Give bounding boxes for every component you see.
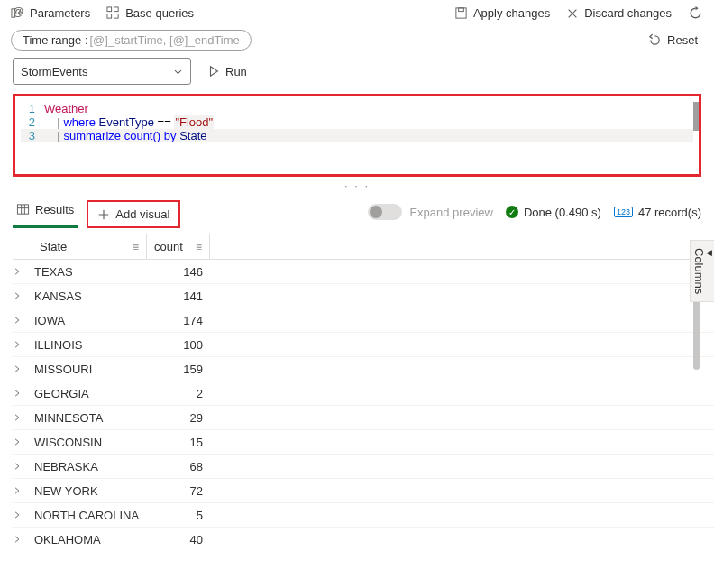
cell-count: 72 [147, 484, 205, 498]
cell-count: 174 [147, 314, 205, 327]
query-editor[interactable]: 1Weather 2 | where EventType == "Flood" … [13, 94, 701, 177]
table-row[interactable]: MISSOURI159 [13, 357, 714, 381]
check-icon: ✓ [506, 206, 518, 218]
line-number: 1 [21, 102, 44, 115]
undo-icon [648, 33, 662, 47]
table-row[interactable]: NEBRASKA68 [13, 455, 714, 479]
table-row[interactable]: GEORGIA2 [13, 381, 714, 406]
svg-rect-8 [459, 8, 464, 12]
menu-icon[interactable]: ≡ [196, 241, 202, 253]
table-row[interactable]: ILLINOIS100 [13, 333, 714, 357]
svg-rect-7 [456, 8, 466, 18]
number-icon: 123 [614, 207, 633, 217]
parameters-label: Parameters [30, 6, 90, 20]
expand-row-icon[interactable] [13, 389, 32, 398]
status-text: Done (0.490 s) [524, 206, 601, 219]
tab-results[interactable]: Results [13, 196, 78, 228]
cell-count: 5 [147, 509, 205, 522]
cell-state: NEBRASKA [32, 460, 147, 473]
svg-rect-3 [107, 7, 112, 12]
discard-label: Discard changes [584, 6, 672, 20]
cell-count: 68 [147, 460, 205, 473]
records-text: 47 record(s) [638, 206, 701, 219]
svg-text:@: @ [13, 6, 23, 18]
cell-state: OKLAHOMA [32, 533, 147, 547]
svg-rect-4 [114, 7, 119, 12]
source-select[interactable]: StormEvents [13, 58, 191, 85]
table-row[interactable]: KANSAS141 [13, 284, 714, 308]
table-icon [16, 203, 30, 216]
run-label: Run [225, 65, 247, 78]
record-count: 123 47 record(s) [614, 206, 701, 219]
expand-preview-toggle[interactable] [368, 204, 402, 220]
expand-row-icon[interactable] [13, 437, 32, 446]
cell-state: ILLINOIS [32, 338, 147, 352]
top-toolbar: @ Parameters Base queries Apply changes … [0, 0, 714, 26]
svg-rect-9 [17, 205, 28, 214]
cell-state: TEXAS [32, 265, 147, 279]
cell-state: WISCONSIN [32, 436, 147, 449]
col-header-state[interactable]: State≡ [32, 234, 147, 259]
expand-preview-label: Expand preview [409, 206, 493, 219]
plus-icon [97, 208, 110, 221]
columns-panel-toggle[interactable]: ◀Columns [690, 240, 714, 302]
table-row[interactable]: TEXAS146 [13, 260, 714, 284]
play-icon [207, 65, 220, 78]
time-range-prefix: Time range : [23, 33, 88, 47]
table-row[interactable]: OKLAHOMA40 [13, 528, 714, 548]
cell-state: GEORGIA [32, 387, 147, 400]
cell-state: NORTH CAROLINA [32, 509, 147, 522]
refresh-button[interactable] [688, 5, 703, 21]
cell-count: 100 [147, 338, 205, 352]
expand-row-icon[interactable] [13, 291, 32, 300]
parameters-button[interactable]: @ Parameters [11, 6, 90, 20]
menu-icon[interactable]: ≡ [133, 241, 139, 253]
status-done: ✓ Done (0.490 s) [506, 206, 601, 219]
cell-count: 40 [147, 533, 205, 547]
reset-label: Reset [667, 33, 698, 47]
grid-icon [106, 6, 120, 20]
svg-rect-6 [114, 14, 119, 18]
reset-button[interactable]: Reset [648, 33, 698, 47]
line-number: 3 [21, 129, 44, 142]
table-row[interactable]: WISCONSIN15 [13, 430, 714, 455]
add-visual-label: Add visual [115, 207, 169, 221]
base-queries-button[interactable]: Base queries [106, 6, 194, 20]
apply-changes-button[interactable]: Apply changes [454, 6, 550, 20]
table-row[interactable]: NEW YORK72 [13, 479, 714, 503]
expand-row-icon[interactable] [13, 413, 32, 422]
expand-row-icon[interactable] [13, 316, 32, 325]
param-icon: @ [11, 6, 24, 20]
source-value: StormEvents [21, 65, 87, 78]
run-button[interactable]: Run [202, 61, 252, 82]
scroll-grip[interactable] [693, 102, 699, 131]
expand-row-icon[interactable] [13, 364, 32, 373]
col-header-count[interactable]: count_≡ [147, 234, 210, 259]
results-table: State≡ count_≡ TEXAS146KANSAS141IOWA174I… [13, 234, 714, 588]
chevron-down-icon [173, 67, 183, 77]
cell-count: 146 [147, 265, 205, 279]
expand-row-icon[interactable] [13, 486, 32, 495]
cell-state: MISSOURI [32, 363, 147, 376]
discard-changes-button[interactable]: Discard changes [566, 6, 672, 20]
svg-rect-5 [107, 14, 112, 18]
cell-state: NEW YORK [32, 484, 147, 498]
expand-row-icon[interactable] [13, 267, 32, 276]
table-row[interactable]: NORTH CAROLINA5 [13, 503, 714, 528]
cell-count: 29 [147, 411, 205, 425]
time-range-chip[interactable]: Time range : [@]_startTime, [@]_endTime [11, 30, 252, 51]
close-icon [566, 7, 579, 20]
cell-count: 159 [147, 363, 205, 376]
expand-row-icon[interactable] [13, 535, 32, 544]
expand-row-icon[interactable] [13, 510, 32, 519]
add-visual-button[interactable]: Add visual [87, 200, 180, 228]
expand-row-icon[interactable] [13, 340, 32, 349]
table-row[interactable]: IOWA174 [13, 308, 714, 333]
expand-row-icon[interactable] [13, 462, 32, 471]
cell-state: KANSAS [32, 289, 147, 303]
cell-state: MINNESOTA [32, 411, 147, 425]
resize-handle[interactable]: · · · [0, 177, 714, 194]
table-row[interactable]: MINNESOTA29 [13, 406, 714, 430]
line-number: 2 [21, 115, 44, 129]
refresh-icon [688, 5, 703, 21]
